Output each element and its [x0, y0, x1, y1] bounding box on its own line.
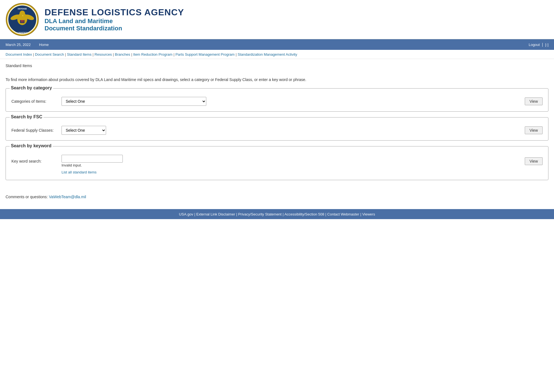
breadcrumb-sep-4: |: [113, 52, 115, 57]
page-header: LOGISTICS DEFENSE DEFENSE LOGISTICS AGEN…: [0, 0, 554, 39]
main-content: Standard Items To find more information …: [0, 59, 554, 190]
footer-accessibility[interactable]: Accessibility/Section 508: [285, 212, 324, 216]
footer: USA.gov | External Link Disclaimer | Pri…: [0, 209, 554, 219]
breadcrumb-document-index[interactable]: Document Index: [6, 52, 32, 57]
header-title-sub1: DLA Land and Maritime: [45, 18, 184, 25]
search-category-inner: Categories of Items: Select One View: [11, 97, 543, 106]
footer-external-disclaimer[interactable]: External Link Disclaimer: [196, 212, 235, 216]
footer-contact-webmaster[interactable]: Contact Webmaster: [327, 212, 359, 216]
navbar-date: March 25, 2022: [6, 43, 31, 47]
svg-rect-11: [21, 20, 24, 21]
navbar-bracket[interactable]: [-]: [545, 43, 548, 47]
breadcrumb-sep-1: |: [33, 52, 35, 57]
category-select-wrapper: Select One: [62, 97, 519, 106]
search-by-fsc-section: Search by FSC Federal Supply Classes: Se…: [6, 117, 548, 141]
header-title-block: DEFENSE LOGISTICS AGENCY DLA Land and Ma…: [45, 7, 184, 32]
search-fsc-row: Federal Supply Classes: Select One View: [11, 126, 543, 135]
fsc-view-button[interactable]: View: [525, 126, 543, 134]
footer-privacy[interactable]: Privacy/Security Statement: [238, 212, 281, 216]
breadcrumb-standardization[interactable]: Standardization Management Activity: [238, 52, 297, 57]
footer-usagov[interactable]: USA.gov: [179, 212, 193, 216]
breadcrumb-sep-2: |: [65, 52, 67, 57]
search-keyword-inner: Key word search: Invalid input. View Lis…: [11, 155, 543, 174]
search-keyword-title: Search by keyword: [10, 143, 53, 148]
search-by-category-section: Search by category Categories of Items: …: [6, 88, 548, 112]
fsc-select-wrapper: Select One: [62, 126, 519, 135]
navbar-logout-link[interactable]: Logout: [529, 43, 540, 47]
navbar-home-link[interactable]: Home: [39, 43, 49, 47]
search-fsc-title: Search by FSC: [10, 114, 43, 119]
category-label: Categories of Items:: [11, 99, 62, 104]
page-title: Standard Items: [6, 63, 548, 68]
keyword-label: Key word search:: [11, 159, 62, 163]
list-all-link[interactable]: List all standard items: [62, 170, 543, 174]
header-title-main: DEFENSE LOGISTICS AGENCY: [45, 7, 184, 18]
svg-text:DEFENSE: DEFENSE: [18, 8, 27, 10]
list-all-wrapper: List all standard items: [62, 170, 543, 174]
search-category-row: Categories of Items: Select One View: [11, 97, 543, 106]
svg-rect-12: [21, 21, 24, 22]
breadcrumb-sep-7: |: [236, 52, 238, 57]
comments-text: Comments or questions:: [6, 195, 49, 199]
breadcrumb-sep-3: |: [93, 52, 95, 57]
breadcrumb-standard-items[interactable]: Standard Items: [67, 52, 92, 57]
breadcrumb-branches[interactable]: Branches: [115, 52, 130, 57]
search-category-title: Search by category: [10, 85, 53, 90]
svg-text:LOGISTICS: LOGISTICS: [17, 32, 28, 34]
navbar-right: Logout | [-]: [529, 42, 548, 47]
breadcrumb-document-search[interactable]: Document Search: [35, 52, 64, 57]
navbar: March 25, 2022 Home Logout | [-]: [0, 39, 554, 50]
fsc-select[interactable]: Select One: [62, 126, 106, 135]
fsc-label: Federal Supply Classes:: [11, 128, 62, 133]
search-fsc-inner: Federal Supply Classes: Select One View: [11, 126, 543, 135]
keyword-control-wrapper: Invalid input.: [62, 155, 519, 167]
svg-rect-10: [20, 18, 24, 20]
comments-section: Comments or questions: VaWebTeam@dla.mil: [0, 190, 554, 204]
header-title-sub2: Document Standardization: [45, 25, 184, 32]
keyword-view-button[interactable]: View: [525, 157, 543, 165]
footer-viewers[interactable]: Viewers: [362, 212, 375, 216]
category-view-wrapper: View: [525, 97, 543, 105]
search-by-keyword-section: Search by keyword Key word search: Inval…: [6, 146, 548, 180]
breadcrumb-resources[interactable]: Resources: [95, 52, 112, 57]
footer-sep-1: |: [194, 212, 196, 216]
navbar-sep: |: [542, 42, 543, 47]
breadcrumb-item-reduction[interactable]: Item Reduction Program: [133, 52, 172, 57]
page-description: To find more information about products …: [6, 77, 548, 83]
breadcrumb-nav: Document Index | Document Search | Stand…: [0, 50, 554, 59]
invalid-input-text: Invalid input.: [62, 163, 519, 167]
breadcrumb-parts-support[interactable]: Parts Support Management Program: [175, 52, 234, 57]
keyword-view-wrapper: View: [525, 157, 543, 165]
keyword-input[interactable]: [62, 155, 123, 163]
fsc-view-wrapper: View: [525, 126, 543, 134]
search-keyword-row: Key word search: Invalid input. View: [11, 155, 543, 167]
category-select[interactable]: Select One: [62, 97, 206, 106]
footer-sep-4: |: [325, 212, 327, 216]
category-view-button[interactable]: View: [525, 97, 543, 105]
comments-email-link[interactable]: VaWebTeam@dla.mil: [49, 195, 86, 199]
dla-logo: LOGISTICS DEFENSE: [6, 3, 39, 36]
